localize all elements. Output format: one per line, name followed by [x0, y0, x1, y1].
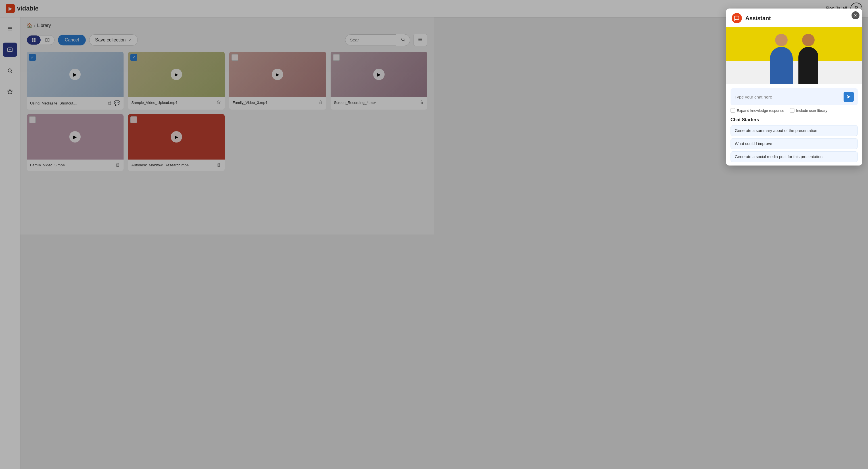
modal-overlay[interactable]	[0, 0, 434, 234]
